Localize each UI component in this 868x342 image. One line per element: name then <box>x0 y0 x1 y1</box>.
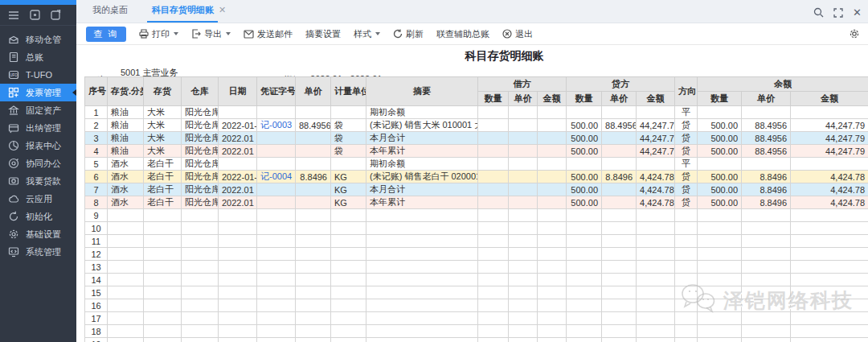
sidebar-item-cloud-app[interactable]: 云应用 <box>0 190 76 208</box>
sidebar-item-initialize[interactable]: 初始化 <box>0 208 76 225</box>
voucher-link[interactable]: 记-0004 <box>260 171 292 181</box>
table-row[interactable]: 18 <box>85 325 868 338</box>
table-cell: 4,424.78 <box>791 171 868 183</box>
gear-icon[interactable] <box>849 28 860 39</box>
table-cell <box>478 196 509 209</box>
table-row[interactable]: 10 <box>85 222 868 235</box>
table-row[interactable]: 17 <box>85 312 868 325</box>
sidebar-item-label: 移动仓管 <box>26 34 61 46</box>
table-cell <box>257 286 296 299</box>
fullscreen-icon[interactable] <box>833 8 843 18</box>
table-cell: 5 <box>85 158 108 171</box>
table-row[interactable]: 4粮油大米阳光仓库2022.01袋本年累计500.0044,247.79贷500… <box>85 145 868 158</box>
table-row[interactable]: 2粮油大米阳光仓库2022-01-03记-000388.4956袋(未记账) 销… <box>85 119 868 132</box>
sidebar-item-report-center[interactable]: 报表中心 <box>0 137 76 155</box>
sidebar-item-mobile-warehouse[interactable]: 移动仓管 <box>0 31 76 48</box>
voucher-link[interactable]: 记-0003 <box>260 120 292 130</box>
table-cell <box>602 132 637 145</box>
table-cell: 44,247.79 <box>791 132 868 145</box>
table-row[interactable]: 19 <box>85 338 868 342</box>
table-cell: 酒水 <box>108 196 144 209</box>
table-cell <box>567 338 602 342</box>
table-row[interactable]: 9 <box>85 209 868 222</box>
sidebar-item-cashier[interactable]: 出纳管理 <box>0 119 76 137</box>
tab-my-desktop[interactable]: 我的桌面 <box>89 4 131 23</box>
table-cell <box>538 235 567 248</box>
export-button[interactable]: 导出 <box>191 28 231 40</box>
table-cell: 88.4956 <box>742 119 791 132</box>
new-window-icon[interactable] <box>51 10 61 20</box>
style-button[interactable]: 样式 <box>354 28 380 40</box>
sidebar-item-loan[interactable]: 我要贷款 <box>0 172 76 190</box>
table-cell: 44,247.79 <box>637 119 675 132</box>
table-cell <box>219 158 257 171</box>
table-row[interactable]: 16 <box>85 299 868 312</box>
table-cell <box>637 286 675 299</box>
table-cell <box>108 312 144 325</box>
table-cell <box>331 286 366 299</box>
sidebar-item-basic-settings[interactable]: 基础设置 <box>0 225 76 243</box>
table-cell <box>257 261 296 274</box>
sidebar-header <box>0 5 76 26</box>
send-mail-button[interactable]: 发送邮件 <box>244 28 293 40</box>
table-row[interactable]: 14 <box>85 274 868 286</box>
table-cell: 44,247.79 <box>791 145 868 158</box>
query-button[interactable]: 查 询 <box>86 27 126 42</box>
table-row[interactable]: 7酒水老白干阳光仓库2022.01KG本月合计500.004,424.78贷50… <box>85 183 868 196</box>
sidebar-item-system-management[interactable]: 系统管理 <box>0 243 76 261</box>
table-cell: 记-0004 <box>257 171 296 183</box>
table-row[interactable]: 13 <box>85 261 868 274</box>
table-cell <box>257 312 296 325</box>
table-row[interactable]: 15 <box>85 286 868 299</box>
refresh-button[interactable]: 刷新 <box>393 28 424 40</box>
table-cell <box>698 325 742 338</box>
table-cell: 阳光仓库 <box>182 158 219 171</box>
table-cell <box>331 106 366 119</box>
sidebar-item-ledger[interactable]: 总账 <box>0 48 76 66</box>
table-cell <box>791 106 868 119</box>
table-row[interactable]: 6酒水老白干阳光仓库2022-01-03记-00048.8496KG(未记账) … <box>85 171 868 183</box>
table-cell <box>791 209 868 222</box>
table-cell: 阳光仓库 <box>182 145 219 158</box>
close-icon[interactable]: ✕ <box>853 7 862 18</box>
table-cell <box>675 325 698 338</box>
sidebar-item-fixed-assets[interactable]: 固定资产 <box>0 101 76 119</box>
table-cell <box>602 183 637 196</box>
table-cell <box>478 106 509 119</box>
table-cell <box>538 338 567 342</box>
table-cell <box>296 286 331 299</box>
sidebar-item-invoice[interactable]: 发票管理 <box>0 84 76 101</box>
table-cell <box>108 338 144 342</box>
sidebar-item-t-ufo[interactable]: UFOT-UFO <box>0 66 76 84</box>
tab-subject-inventory-ledger[interactable]: 科目存货明细账✕ <box>149 4 229 23</box>
table-cell <box>144 222 182 235</box>
table-cell <box>602 248 637 261</box>
table-cell <box>637 222 675 235</box>
table-cell <box>538 209 567 222</box>
table-cell: 阳光仓库 <box>182 119 219 132</box>
table-row[interactable]: 5酒水老白干阳光仓库期初余额平 <box>85 158 868 171</box>
table-cell <box>637 235 675 248</box>
exit-button[interactable]: 退出 <box>502 28 533 40</box>
table-cell <box>602 145 637 158</box>
table-cell <box>296 132 331 145</box>
search-icon[interactable] <box>813 7 824 18</box>
table-row[interactable]: 12 <box>85 248 868 261</box>
qr-scan-icon[interactable] <box>30 10 40 20</box>
link-auxiliary-ledger-button[interactable]: 联查辅助总账 <box>436 28 489 40</box>
table-cell <box>144 312 182 325</box>
table-cell <box>698 248 742 261</box>
table-row[interactable]: 1粮油大米阳光仓库期初余额平 <box>85 106 868 119</box>
table-row[interactable]: 11 <box>85 235 868 248</box>
table-row[interactable]: 8酒水老白干阳光仓库2022.01KG本年累计500.004,424.78贷50… <box>85 196 868 209</box>
tab-close-icon[interactable]: ✕ <box>219 5 226 14</box>
table-cell: 期初余额 <box>366 158 478 171</box>
menu-icon[interactable] <box>8 10 19 20</box>
summary-settings-button[interactable]: 摘要设置 <box>305 28 341 40</box>
table-row[interactable]: 3粮油大米阳光仓库2022.01袋本月合计500.0044,247.79贷500… <box>85 132 868 145</box>
table-cell <box>509 196 538 209</box>
table-cell: 3 <box>85 132 108 145</box>
sidebar-item-collaboration[interactable]: 协同办公 <box>0 155 76 172</box>
print-button[interactable]: 打印 <box>139 28 178 40</box>
table-cell <box>698 222 742 235</box>
